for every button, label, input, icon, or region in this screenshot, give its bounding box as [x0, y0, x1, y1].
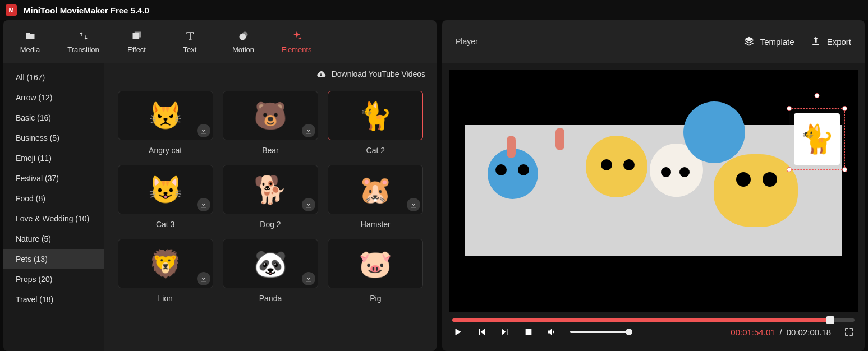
sidebar-item-food[interactable]: Food (8) [3, 188, 104, 209]
volume-knob[interactable] [626, 329, 632, 335]
tab-label: Media [20, 45, 40, 54]
download-badge-icon[interactable] [302, 198, 315, 211]
download-badge-icon[interactable] [197, 124, 210, 137]
elements-icon [291, 30, 303, 42]
element-thumbnail[interactable]: 😺 [118, 165, 213, 214]
element-label: Cat 3 [156, 220, 174, 229]
preview-canvas: 🐈 [465, 125, 842, 256]
tab-label: Motion [232, 45, 254, 54]
element-card[interactable]: 🦁Lion [118, 239, 213, 303]
download-badge-icon[interactable] [302, 124, 315, 137]
element-thumbnail[interactable]: 🐹 [328, 165, 423, 214]
motion-icon [237, 30, 250, 42]
category-sidebar: All (167)Arrow (12)Basic (16)Business (5… [3, 63, 104, 351]
svg-rect-1 [134, 31, 141, 37]
element-label: Cat 2 [366, 146, 385, 155]
effect-icon [131, 30, 143, 42]
sidebar-item-basic[interactable]: Basic (16) [3, 108, 104, 128]
tab-transition[interactable]: Transition [57, 20, 110, 63]
elements-grid-area: Download YouTube Videos 😾Angry cat🐻Bear🐈… [104, 63, 437, 351]
element-thumbnail[interactable]: 🦁 [118, 239, 213, 288]
app-title: MiniTool MovieMaker Free 5.4.0 [24, 6, 149, 15]
transition-icon [77, 30, 90, 42]
sidebar-item-travel[interactable]: Travel (18) [3, 289, 104, 310]
play-button[interactable] [452, 326, 463, 338]
element-label: Angry cat [149, 146, 182, 155]
element-label: Hamster [361, 220, 391, 229]
download-badge-icon[interactable] [197, 198, 210, 211]
element-label: Lion [158, 294, 172, 303]
sidebar-item-pets[interactable]: Pets (13) [3, 249, 104, 269]
resize-handle-tr[interactable] [842, 106, 847, 111]
tab-elements[interactable]: Elements [270, 20, 323, 63]
stop-button[interactable] [523, 326, 534, 338]
prev-button[interactable] [476, 326, 487, 338]
player-pane: Player Template Export [442, 20, 865, 351]
sidebar-item-emoji[interactable]: Emoji (11) [3, 148, 104, 168]
element-card[interactable]: 😾Angry cat [118, 91, 213, 155]
tab-text[interactable]: Text [163, 20, 217, 63]
element-card[interactable]: 🐕Dog 2 [223, 165, 318, 229]
element-label: Panda [259, 294, 282, 303]
tab-label: Text [183, 45, 197, 54]
next-button[interactable] [499, 326, 511, 338]
seek-bar[interactable] [452, 318, 855, 322]
export-icon [810, 36, 821, 47]
resize-handle-br[interactable] [842, 167, 847, 172]
player-header: Player Template Export [442, 20, 865, 63]
sidebar-item-arrow[interactable]: Arrow (12) [3, 87, 104, 108]
download-cloud-icon [316, 70, 326, 78]
tab-label: Transition [67, 45, 99, 54]
element-card[interactable]: 🐷Pig [328, 239, 423, 303]
svg-point-3 [242, 31, 247, 37]
sidebar-item-nature[interactable]: Nature (5) [3, 229, 104, 249]
element-thumbnail[interactable]: 🐻 [223, 91, 318, 140]
sticker-selection-box[interactable]: 🐈 [789, 108, 845, 170]
download-badge-icon[interactable] [407, 198, 420, 211]
tab-label: Effect [127, 45, 146, 54]
media-icon [24, 30, 36, 42]
tab-media[interactable]: Media [3, 20, 57, 63]
titlebar: M MiniTool MovieMaker Free 5.4.0 [0, 0, 868, 20]
element-card[interactable]: 😺Cat 3 [118, 165, 213, 229]
element-card[interactable]: 🐹Hamster [328, 165, 423, 229]
text-icon [184, 30, 196, 42]
download-badge-icon[interactable] [197, 272, 210, 285]
player-title: Player [456, 37, 478, 46]
volume-button[interactable] [546, 326, 558, 338]
export-button[interactable]: Export [810, 36, 851, 47]
element-thumbnail[interactable]: 😾 [118, 91, 213, 140]
fullscreen-button[interactable] [843, 326, 855, 338]
download-badge-icon[interactable] [302, 272, 315, 285]
svg-rect-4 [526, 329, 532, 335]
sidebar-item-festival[interactable]: Festival (37) [3, 168, 104, 188]
sidebar-item-all[interactable]: All (167) [3, 67, 104, 87]
tab-label: Elements [281, 45, 311, 54]
sidebar-item-love[interactable]: Love & Wedding (10) [3, 209, 104, 229]
preview-viewport[interactable]: 🐈 [449, 70, 858, 312]
element-thumbnail[interactable]: 🐷 [328, 239, 423, 288]
element-thumbnail[interactable]: 🐈 [328, 91, 423, 140]
grid-header: Download YouTube Videos [104, 63, 437, 85]
seek-knob[interactable] [826, 316, 834, 324]
element-card[interactable]: 🐈Cat 2 [328, 91, 423, 155]
element-label: Bear [262, 146, 279, 155]
sidebar-item-props[interactable]: Props (20) [3, 269, 104, 289]
sidebar-item-business[interactable]: Business (5) [3, 128, 104, 148]
download-youtube-link[interactable]: Download YouTube Videos [332, 70, 425, 78]
stack-icon [743, 36, 755, 47]
app-logo-icon: M [6, 4, 17, 16]
rotate-handle[interactable] [814, 93, 819, 98]
element-label: Pig [370, 294, 381, 303]
element-thumbnail[interactable]: 🐕 [223, 165, 318, 214]
element-card[interactable]: 🐼Panda [223, 239, 318, 303]
element-card[interactable]: 🐻Bear [223, 91, 318, 155]
tab-effect[interactable]: Effect [110, 20, 163, 63]
elements-grid: 😾Angry cat🐻Bear🐈Cat 2😺Cat 3🐕Dog 2🐹Hamste… [104, 85, 437, 351]
tab-motion[interactable]: Motion [217, 20, 270, 63]
resize-handle-tl[interactable] [787, 106, 792, 111]
duration: 00:02:00.18 [787, 327, 831, 337]
template-button[interactable]: Template [743, 36, 794, 47]
volume-slider[interactable] [570, 331, 632, 333]
element-thumbnail[interactable]: 🐼 [223, 239, 318, 288]
